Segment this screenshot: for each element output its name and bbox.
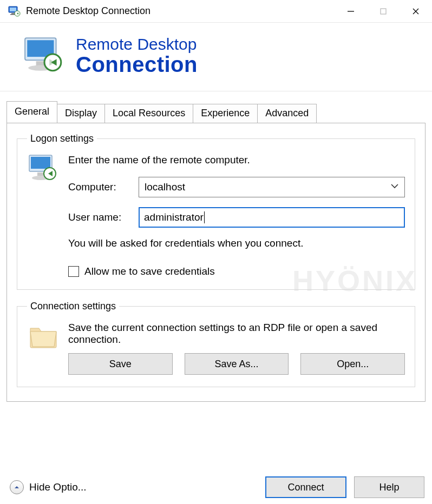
svg-rect-2 xyxy=(11,13,15,14)
svg-rect-1 xyxy=(10,8,16,11)
open-button[interactable]: Open... xyxy=(300,353,405,375)
minimize-button[interactable] xyxy=(335,0,367,22)
svg-rect-15 xyxy=(31,157,50,169)
banner-title: Remote Desktop Connection xyxy=(76,36,198,76)
save-as-button[interactable]: Save As... xyxy=(185,353,289,375)
logon-instruction: Enter the name of the remote computer. xyxy=(68,154,405,166)
save-credentials-checkbox[interactable] xyxy=(68,266,79,277)
help-button[interactable]: Help xyxy=(354,476,424,498)
text-caret xyxy=(204,211,205,223)
maximize-button[interactable] xyxy=(367,0,400,22)
computer-combobox[interactable]: localhost xyxy=(139,177,405,197)
connection-settings-group: Connection settings Save the current con… xyxy=(17,301,415,387)
collapse-arrow-icon xyxy=(10,480,24,494)
monitor-icon xyxy=(27,152,60,187)
connect-button[interactable]: Connect xyxy=(265,476,346,498)
tab-panel-general: HYÖNIX Logon settings Enter the name of xyxy=(6,123,426,402)
folder-icon xyxy=(27,320,60,355)
save-credentials-row[interactable]: Allow me to save credentials xyxy=(68,266,405,277)
tab-local-resources[interactable]: Local Resources xyxy=(104,104,193,123)
banner-line2: Connection xyxy=(76,53,198,76)
tabs: General Display Local Resources Experien… xyxy=(6,101,426,123)
svg-rect-6 xyxy=(381,9,386,14)
tab-general[interactable]: General xyxy=(6,101,57,123)
connection-instruction: Save the current connection settings to … xyxy=(68,322,405,346)
tab-advanced[interactable]: Advanced xyxy=(257,104,317,123)
save-credentials-label: Allow me to save credentials xyxy=(84,266,215,277)
header-banner: Remote Desktop Connection xyxy=(0,23,432,91)
save-button[interactable]: Save xyxy=(68,353,173,375)
rdp-app-icon xyxy=(8,5,21,18)
close-button[interactable] xyxy=(400,0,432,22)
username-label: User name: xyxy=(68,211,139,223)
connection-legend: Connection settings xyxy=(27,301,119,312)
tabstrip: General Display Local Resources Experien… xyxy=(6,101,426,402)
credentials-note: You will be asked for credentials when y… xyxy=(68,237,405,249)
window-controls xyxy=(335,0,432,22)
tab-experience[interactable]: Experience xyxy=(193,104,258,123)
hide-options-button[interactable]: Hide Optio... xyxy=(10,480,265,494)
tab-display[interactable]: Display xyxy=(57,104,105,123)
rdp-banner-icon xyxy=(22,34,66,78)
svg-rect-16 xyxy=(37,173,44,176)
username-field[interactable]: administrator xyxy=(139,207,405,228)
logon-settings-group: Logon settings Enter the name of the rem… xyxy=(17,133,415,290)
username-value: administrator xyxy=(144,211,204,223)
computer-label: Computer: xyxy=(68,181,139,193)
computer-value: localhost xyxy=(145,181,185,193)
hide-options-label: Hide Optio... xyxy=(29,481,87,493)
footer: Hide Optio... Connect Help xyxy=(0,470,432,504)
chevron-down-icon xyxy=(390,181,399,193)
window-title: Remote Desktop Connection xyxy=(26,5,335,17)
logon-legend: Logon settings xyxy=(27,133,97,144)
banner-line1: Remote Desktop xyxy=(76,36,198,53)
titlebar: Remote Desktop Connection xyxy=(0,0,432,23)
